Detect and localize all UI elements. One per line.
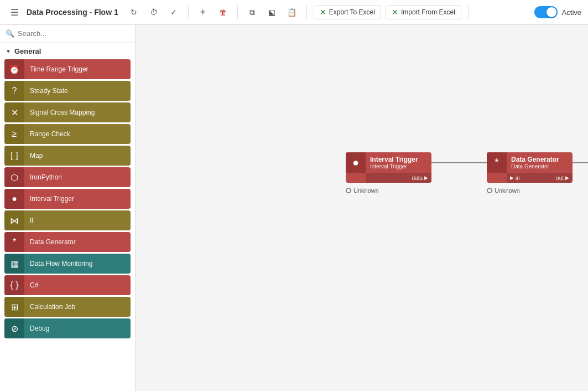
node-label-8: Data Generator [24, 238, 131, 246]
flow-node-ports-interval-trigger: data▶ [366, 173, 431, 183]
node-icon-2: ✕ [4, 102, 24, 122]
canvas-svg [136, 25, 588, 391]
delete-icon: 🗑 [219, 8, 227, 17]
export-excel-button[interactable]: ✕ Export To Excel [314, 5, 381, 19]
copy3-icon: 📋 [287, 8, 296, 17]
node-label-9: Data Flow Monitoring [24, 260, 131, 267]
node-status-data-generator: Unknown [487, 187, 520, 194]
node-label-4: Map [24, 152, 131, 160]
history-button[interactable]: ⏱ [146, 4, 162, 20]
node-label-7: If [24, 217, 131, 224]
sidebar-nodes-container: ⏰Time Range Trigger?Steady State✕Signal … [0, 59, 135, 338]
sidebar-item-data-flow-monitoring[interactable]: ▦Data Flow Monitoring [4, 254, 131, 274]
sidebar-item-data-generator[interactable]: *Data Generator [4, 232, 131, 252]
menu-icon: ☰ [11, 7, 18, 18]
status-text-data-generator: Unknown [495, 187, 520, 194]
chevron-down-icon: ▼ [6, 48, 11, 54]
copy2-button[interactable]: ⬕ [264, 4, 280, 20]
category-header: ▼ General [0, 43, 135, 58]
divider-3 [306, 6, 307, 19]
flow-node-subtitle-data-generator: Data Generator [511, 163, 568, 169]
active-toggle: Active [534, 6, 581, 18]
check-button[interactable]: ✓ [166, 4, 181, 20]
sidebar-scroll: ▼ General ⏰Time Range Trigger?Steady Sta… [0, 43, 135, 391]
search-box: 🔍 [0, 25, 135, 43]
node-label-1: Steady State [24, 87, 131, 95]
node-icon-11: ⊞ [4, 297, 24, 317]
node-label-5: IronPython [24, 173, 131, 181]
node-icon-1: ? [4, 81, 24, 101]
delete-button[interactable]: 🗑 [215, 4, 231, 20]
export-label: Export To Excel [329, 8, 375, 16]
import-label: Import From Excel [401, 8, 455, 16]
node-icon-10: { } [4, 275, 24, 295]
sidebar-item-time-range-trigger[interactable]: ⏰Time Range Trigger [4, 59, 131, 79]
node-icon-3: ≥ [4, 124, 24, 144]
port-in-in[interactable]: ▶in [510, 175, 520, 181]
node-label-10: C# [24, 281, 131, 289]
copy2-icon: ⬕ [268, 8, 275, 17]
node-icon-8: * [4, 232, 24, 252]
node-icon-0: ⏰ [4, 59, 24, 79]
flow-node-inner-data-generator: *Data GeneratorData Generator▶inout▶ [487, 152, 573, 183]
sidebar: 🔍 ▼ General ⏰Time Range Trigger?Steady S… [0, 25, 136, 391]
sidebar-item-interval-trigger[interactable]: ●Interval Trigger [4, 189, 131, 209]
flow-node-interval-trigger[interactable]: ●Interval TriggerInterval Triggerdata▶Un… [346, 152, 431, 183]
node-icon-4: [ ] [4, 146, 24, 166]
sidebar-item-range-check[interactable]: ≥Range Check [4, 124, 131, 144]
status-circle-data-generator [487, 188, 492, 193]
search-input[interactable] [18, 29, 129, 38]
divider-1 [188, 6, 189, 19]
node-icon-6: ● [4, 189, 24, 209]
flow-node-icon-data-generator: * [487, 152, 507, 173]
sidebar-item-calculation-job[interactable]: ⊞Calculation Job [4, 297, 131, 317]
flow-node-inner-interval-trigger: ●Interval TriggerInterval Triggerdata▶ [346, 152, 431, 183]
flow-node-subtitle-interval-trigger: Interval Trigger [370, 163, 427, 169]
flow-node-ports-data-generator: ▶inout▶ [507, 173, 573, 183]
main-content: 🔍 ▼ General ⏰Time Range Trigger?Steady S… [0, 25, 588, 391]
import-excel-button[interactable]: ✕ Import From Excel [386, 5, 461, 19]
sidebar-item-steady-state[interactable]: ?Steady State [4, 81, 131, 101]
status-text-interval-trigger: Unknown [353, 187, 379, 194]
active-switch[interactable] [534, 6, 558, 18]
sidebar-item-c#[interactable]: { }C# [4, 275, 131, 295]
node-label-6: Interval Trigger [24, 195, 131, 203]
copy1-button[interactable]: ⧉ [244, 4, 260, 20]
divider-4 [468, 6, 469, 19]
category-label: General [14, 47, 41, 55]
divider-2 [237, 6, 238, 19]
copy1-icon: ⧉ [249, 8, 255, 17]
sidebar-item-ironpython[interactable]: ⬡IronPython [4, 167, 131, 187]
sidebar-item-map[interactable]: [ ]Map [4, 146, 131, 166]
node-label-12: Debug [24, 325, 131, 332]
node-label-2: Signal Cross Mapping [24, 109, 131, 116]
node-icon-9: ▦ [4, 254, 24, 274]
canvas[interactable]: ●Interval TriggerInterval Triggerdata▶Un… [136, 25, 588, 391]
menu-button[interactable]: ☰ [7, 4, 22, 20]
node-label-11: Calculation Job [24, 303, 131, 311]
node-label-3: Range Check [24, 130, 131, 138]
toolbar: ☰ Data Processing - Flow 1 ↻ ⏱ ✓ + 🗑 ⧉ ⬕… [0, 0, 588, 25]
flow-node-title-interval-trigger: Interval Trigger [370, 156, 427, 163]
export-icon: ✕ [320, 8, 326, 17]
history-icon: ⏱ [150, 8, 158, 17]
refresh-button[interactable]: ↻ [126, 4, 142, 20]
sidebar-item-signal-cross-mapping[interactable]: ✕Signal Cross Mapping [4, 102, 131, 122]
import-icon: ✕ [392, 8, 398, 17]
search-icon: 🔍 [6, 29, 14, 38]
node-label-0: Time Range Trigger [24, 65, 131, 73]
add-icon: + [200, 7, 206, 18]
sidebar-item-if[interactable]: ⋈If [4, 210, 131, 230]
port-out-data[interactable]: data▶ [412, 175, 428, 181]
add-button[interactable]: + [195, 4, 211, 20]
node-icon-5: ⬡ [4, 167, 24, 187]
flow-node-data-generator[interactable]: *Data GeneratorData Generator▶inout▶Unkn… [487, 152, 573, 183]
copy3-button[interactable]: 📋 [284, 4, 300, 20]
node-icon-7: ⋈ [4, 210, 24, 230]
flow-node-icon-interval-trigger: ● [346, 152, 366, 173]
sidebar-item-debug[interactable]: ⊘Debug [4, 318, 131, 338]
node-status-interval-trigger: Unknown [346, 187, 379, 194]
port-out-out[interactable]: out▶ [556, 175, 569, 181]
check-icon: ✓ [170, 8, 177, 17]
refresh-icon: ↻ [131, 8, 137, 17]
